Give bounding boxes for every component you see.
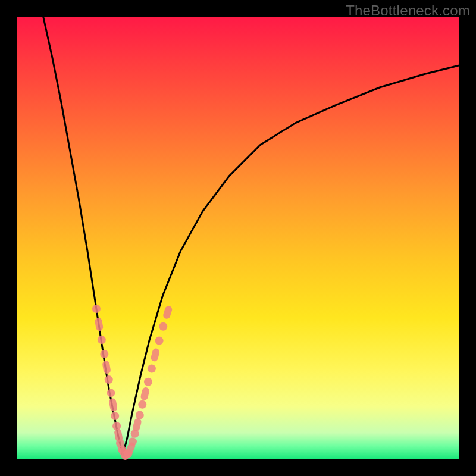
marker-dot xyxy=(148,364,156,372)
marker-pill xyxy=(140,387,150,401)
curve-right-curve xyxy=(123,65,459,455)
marker-dot xyxy=(111,412,119,420)
marker-pill xyxy=(108,398,118,412)
curve-group xyxy=(43,17,459,455)
marker-dot xyxy=(100,350,108,358)
marker-dot xyxy=(144,378,152,386)
marker-group xyxy=(92,305,173,461)
marker-dot xyxy=(98,336,106,344)
marker-pill xyxy=(132,418,142,432)
marker-pill xyxy=(162,305,173,320)
marker-pill xyxy=(95,317,104,331)
watermark-text: TheBottleneck.com xyxy=(346,2,470,19)
chart-svg xyxy=(17,17,459,459)
marker-dot xyxy=(105,375,113,384)
chart-frame: TheBottleneck.com xyxy=(0,0,476,476)
marker-dot xyxy=(92,305,101,313)
marker-dot xyxy=(159,322,167,331)
plot-area xyxy=(17,17,459,459)
marker-dot xyxy=(138,400,146,409)
marker-pill xyxy=(150,347,160,362)
marker-dot xyxy=(129,437,137,446)
marker-dot xyxy=(155,337,164,345)
marker-dot xyxy=(136,411,144,419)
marker-pill xyxy=(102,360,111,374)
marker-dot xyxy=(112,422,121,430)
marker-dot xyxy=(107,389,115,397)
